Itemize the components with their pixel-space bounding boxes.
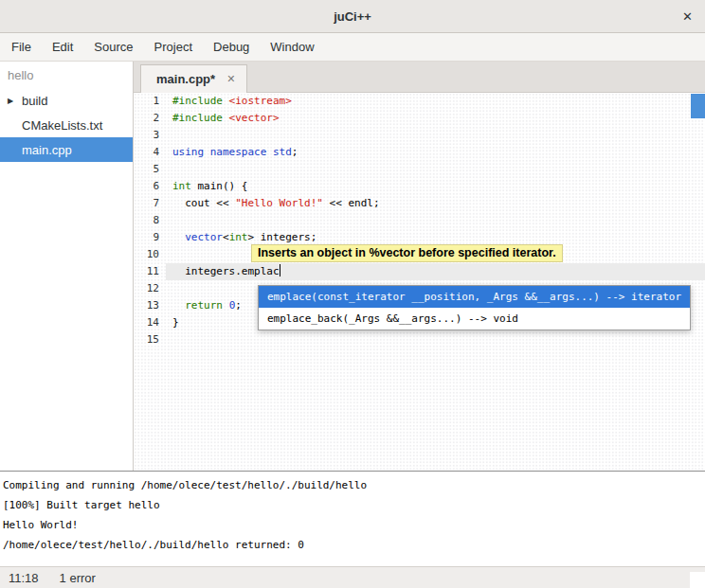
- main-body: hello ▶buildCMakeLists.txtmain.cpp main.…: [0, 62, 705, 471]
- tab-close-icon[interactable]: ✕: [226, 73, 235, 85]
- code-line-4[interactable]: 4using namespace std;: [134, 144, 705, 161]
- line-number: 12: [134, 280, 166, 297]
- code-line-1[interactable]: 1#include <iostream>: [134, 93, 705, 110]
- line-number: 4: [134, 144, 166, 161]
- tab-main-cpp[interactable]: main.cpp* ✕: [140, 64, 247, 93]
- menu-item-edit[interactable]: Edit: [42, 34, 83, 60]
- status-error-count[interactable]: 1 error: [60, 571, 96, 585]
- resize-grip[interactable]: [690, 572, 705, 588]
- tab-label: main.cpp*: [156, 72, 215, 86]
- tab-bar: main.cpp* ✕: [134, 62, 705, 93]
- code-line-7[interactable]: 7 cout << "Hello World!" << endl;: [134, 195, 705, 212]
- line-number: 15: [134, 331, 166, 348]
- line-number: 1: [134, 93, 166, 110]
- code-line-text: #include <iostream>: [166, 93, 705, 110]
- line-number: 5: [134, 161, 166, 178]
- code-editor[interactable]: 1#include <iostream>2#include <vector>34…: [134, 93, 705, 471]
- output-line-3: /home/olece/test/hello/./build/hello ret…: [3, 535, 705, 555]
- editor-scrollbar[interactable]: [691, 93, 705, 471]
- line-number: 6: [134, 178, 166, 195]
- completion-popup: emplace(const_iterator __position, _Args…: [258, 285, 691, 330]
- code-line-text: #include <vector>: [166, 110, 705, 127]
- menu-item-file[interactable]: File: [1, 34, 42, 60]
- code-line-text: cout << "Hello World!" << endl;: [166, 195, 705, 212]
- editor-column: main.cpp* ✕ 1#include <iostream>2#includ…: [134, 62, 705, 471]
- line-number: 9: [134, 229, 166, 246]
- output-line-0: Compiling and running /home/olece/test/h…: [3, 475, 705, 495]
- menu-item-window[interactable]: Window: [260, 34, 324, 60]
- code-line-text: [166, 331, 705, 348]
- code-line-5[interactable]: 5: [134, 161, 705, 178]
- tree-item-label: main.cpp: [22, 143, 72, 157]
- window-title: juCi++: [334, 9, 371, 24]
- tree-item-build[interactable]: ▶build: [0, 88, 133, 113]
- expander-icon[interactable]: ▶: [8, 97, 22, 105]
- output-line-2: Hello World!: [3, 515, 705, 535]
- output-panel: Compiling and running /home/olece/test/h…: [0, 471, 705, 566]
- line-number: 8: [134, 212, 166, 229]
- code-line-text: [166, 212, 705, 229]
- app-window: juCi++ ✕ FileEditSourceProjectDebugWindo…: [0, 0, 705, 588]
- line-number: 14: [134, 314, 166, 331]
- window-close-icon[interactable]: ✕: [682, 9, 693, 24]
- code-line-2[interactable]: 2#include <vector>: [134, 110, 705, 127]
- status-bar: 11:18 1 error: [0, 566, 705, 588]
- code-line-text: int main() {: [166, 178, 705, 195]
- code-line-text: integers.emplac: [166, 263, 705, 280]
- code-line-text: using namespace std;: [166, 144, 705, 161]
- code-line-3[interactable]: 3: [134, 127, 705, 144]
- file-tree-panel: hello ▶buildCMakeLists.txtmain.cpp: [0, 62, 134, 471]
- completion-item-0[interactable]: emplace(const_iterator __position, _Args…: [259, 286, 690, 308]
- code-line-11[interactable]: 11 integers.emplac: [134, 263, 705, 280]
- project-name[interactable]: hello: [0, 62, 133, 88]
- code-line-6[interactable]: 6int main() {: [134, 178, 705, 195]
- doc-tooltip: Inserts an object in %vector before spec…: [251, 244, 563, 262]
- menubar: FileEditSourceProjectDebugWindow: [0, 33, 705, 62]
- tree-item-cmakelists-txt[interactable]: CMakeLists.txt: [0, 113, 133, 137]
- scrollbar-thumb[interactable]: [691, 94, 705, 118]
- tree-item-main-cpp[interactable]: main.cpp: [0, 137, 133, 162]
- line-number: 13: [134, 297, 166, 314]
- menu-item-project[interactable]: Project: [144, 34, 203, 60]
- output-line-1: [100%] Built target hello: [3, 495, 705, 515]
- line-number: 3: [134, 127, 166, 144]
- code-line-15[interactable]: 15: [134, 331, 705, 348]
- file-tree: ▶buildCMakeLists.txtmain.cpp: [0, 88, 133, 162]
- line-number: 7: [134, 195, 166, 212]
- line-number: 11: [134, 263, 166, 280]
- tree-item-label: CMakeLists.txt: [22, 118, 102, 133]
- line-number: 2: [134, 110, 166, 127]
- text-cursor: [280, 264, 280, 276]
- status-time: 11:18: [9, 571, 39, 585]
- menu-item-debug[interactable]: Debug: [203, 34, 260, 60]
- titlebar: juCi++ ✕: [0, 0, 705, 33]
- code-line-text: [166, 161, 705, 178]
- menu-item-source[interactable]: Source: [83, 34, 143, 60]
- code-line-text: [166, 127, 705, 144]
- tree-item-label: build: [22, 94, 47, 108]
- line-number: 10: [134, 246, 166, 263]
- completion-item-1[interactable]: emplace_back(_Args &&__args...) --> void: [259, 308, 690, 330]
- code-line-8[interactable]: 8: [134, 212, 705, 229]
